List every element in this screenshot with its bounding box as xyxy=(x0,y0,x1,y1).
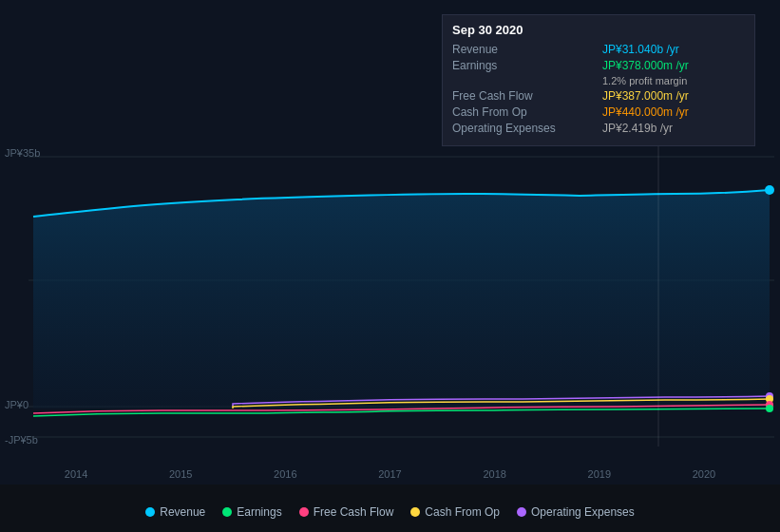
x-label-2016: 2016 xyxy=(274,468,296,480)
x-label-2017: 2017 xyxy=(378,468,401,480)
legend-dot-earnings xyxy=(222,507,232,517)
legend-label-revenue: Revenue xyxy=(160,505,205,519)
legend-item-earnings[interactable]: Earnings xyxy=(222,505,281,519)
chart-container: JP¥35b JP¥0 -JP¥5b 2014 2015 2016 2017 2… xyxy=(0,0,780,532)
tooltip-earnings-label: Earnings xyxy=(452,59,595,72)
tooltip-revenue-label: Revenue xyxy=(452,43,595,56)
tooltip-fcf-value: JP¥387.000m /yr xyxy=(595,89,745,103)
y-label-top: JP¥35b xyxy=(5,147,40,159)
tooltip-row-fcf: Free Cash Flow JP¥387.000m /yr xyxy=(452,89,745,103)
x-label-2014: 2014 xyxy=(65,468,87,480)
tooltip-row-op-exp: Operating Expenses JP¥2.419b /yr xyxy=(452,122,745,135)
tooltip-earnings-margin: 1.2% profit margin xyxy=(595,75,745,86)
tooltip-row-cash-from-op: Cash From Op JP¥440.000m /yr xyxy=(452,105,745,119)
tooltip-box: Sep 30 2020 Revenue JP¥31.040b /yr Earni… xyxy=(442,14,755,146)
tooltip-op-exp-label: Operating Expenses xyxy=(452,122,595,135)
tooltip-earnings-value: JP¥378.000m /yr xyxy=(595,59,745,72)
tooltip-row-earnings: Earnings JP¥378.000m /yr xyxy=(452,59,745,72)
x-axis: 2014 2015 2016 2017 2018 2019 2020 xyxy=(0,468,780,480)
x-label-2020: 2020 xyxy=(693,468,715,480)
tooltip-op-exp-value: JP¥2.419b /yr xyxy=(595,122,745,135)
legend-label-earnings: Earnings xyxy=(237,505,281,519)
legend-item-operating-expenses[interactable]: Operating Expenses xyxy=(517,505,635,519)
legend-label-operating-expenses: Operating Expenses xyxy=(531,505,635,519)
tooltip-fcf-label: Free Cash Flow xyxy=(452,89,595,103)
legend-dot-operating-expenses xyxy=(517,507,526,517)
tooltip-cash-from-op-label: Cash From Op xyxy=(452,105,595,119)
tooltip-cash-from-op-value: JP¥440.000m /yr xyxy=(595,105,745,119)
legend-item-free-cash-flow[interactable]: Free Cash Flow xyxy=(299,505,394,519)
legend-label-free-cash-flow: Free Cash Flow xyxy=(314,505,394,519)
x-label-2019: 2019 xyxy=(588,468,611,480)
tooltip-revenue-value: JP¥31.040b /yr xyxy=(595,43,745,56)
legend-item-revenue[interactable]: Revenue xyxy=(145,505,205,519)
tooltip-row-revenue: Revenue JP¥31.040b /yr xyxy=(452,43,745,56)
chart-legend: Revenue Earnings Free Cash Flow Cash Fro… xyxy=(0,505,780,519)
legend-dot-cash-from-op xyxy=(410,507,420,517)
tooltip-date: Sep 30 2020 xyxy=(452,23,745,37)
legend-dot-revenue xyxy=(145,507,155,517)
legend-dot-free-cash-flow xyxy=(299,507,309,517)
y-label-bot: -JP¥5b xyxy=(5,434,38,446)
legend-item-cash-from-op[interactable]: Cash From Op xyxy=(410,505,500,519)
tooltip-row-earnings-sub: 1.2% profit margin xyxy=(452,75,745,86)
svg-point-5 xyxy=(765,185,774,195)
y-label-mid: JP¥0 xyxy=(5,399,29,410)
svg-point-9 xyxy=(766,405,773,412)
legend-label-cash-from-op: Cash From Op xyxy=(425,505,500,519)
x-label-2018: 2018 xyxy=(483,468,505,480)
x-label-2015: 2015 xyxy=(169,468,192,480)
